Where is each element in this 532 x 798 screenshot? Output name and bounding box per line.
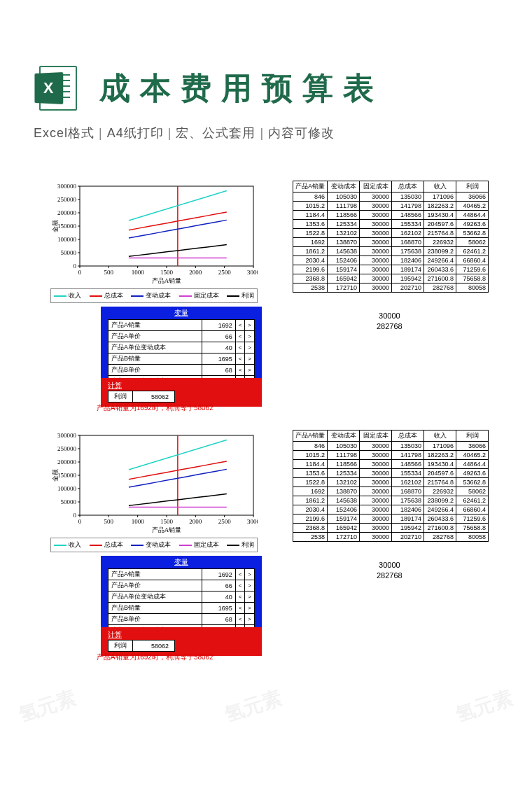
data-table-cell: 53662.8	[456, 478, 489, 487]
svg-text:产品A销量: 产品A销量	[152, 526, 182, 533]
watermark: 氢元素	[452, 685, 517, 728]
spin-up-button[interactable]: >	[245, 342, 255, 354]
spin-down-button[interactable]: <	[235, 342, 245, 354]
data-table-cell: 30000	[360, 505, 392, 514]
data-table-cell: 182406	[392, 505, 424, 514]
variable-value[interactable]: 68	[202, 365, 235, 376]
data-table-cell: 155334	[392, 220, 424, 229]
data-table-cell: 165942	[328, 524, 360, 533]
spin-down-button[interactable]: <	[235, 354, 245, 365]
data-table-cell: 1692	[293, 238, 328, 247]
variable-value[interactable]: 1695	[202, 603, 235, 614]
svg-text:0: 0	[78, 269, 82, 276]
svg-text:300000: 300000	[57, 432, 77, 439]
data-table-cell: 138870	[328, 238, 360, 247]
data-table-cell: 44864.4	[456, 211, 489, 220]
data-table-cell: 75658.8	[456, 274, 489, 284]
data-table-cell: 2538	[293, 533, 328, 542]
data-table-cell: 125334	[328, 220, 360, 229]
variable-value[interactable]: 40	[202, 592, 235, 603]
cost-chart: 0500001000001500002000002500003000000500…	[50, 431, 258, 533]
data-table-cell: 182263.2	[424, 202, 456, 211]
data-table-cell: 148566	[392, 460, 424, 469]
variable-label: 产品B单价	[108, 614, 202, 625]
data-table-cell: 111798	[328, 202, 360, 211]
spin-down-button[interactable]: <	[235, 592, 245, 603]
svg-text:300000: 300000	[57, 183, 77, 190]
mid-numbers: 30000 282768	[377, 311, 402, 332]
data-table-cell: 1353.6	[293, 469, 328, 478]
svg-text:金额: 金额	[52, 469, 59, 482]
svg-text:产品A销量: 产品A销量	[152, 277, 182, 284]
data-table-header: 利润	[456, 430, 489, 442]
spin-down-button[interactable]: <	[235, 569, 245, 580]
data-table-header: 变动成本	[328, 430, 360, 442]
data-table-cell: 282768	[424, 284, 456, 293]
spin-down-button[interactable]: <	[235, 614, 245, 625]
data-table-cell: 193430.4	[424, 460, 456, 469]
data-table-cell: 30000	[360, 460, 392, 469]
data-table-header: 总成本	[392, 430, 424, 442]
svg-text:150000: 150000	[57, 223, 77, 230]
data-table-cell: 66860.4	[456, 256, 489, 265]
data-table-cell: 71259.6	[456, 514, 489, 524]
spin-down-button[interactable]: <	[235, 331, 245, 342]
variable-value[interactable]: 66	[202, 580, 235, 592]
data-table-cell: 30000	[360, 451, 392, 460]
data-table-cell: 1522.8	[293, 229, 328, 238]
spin-up-button[interactable]: >	[245, 354, 255, 365]
data-table-cell: 30000	[360, 229, 392, 238]
variable-value[interactable]: 68	[202, 614, 235, 625]
spin-up-button[interactable]: >	[245, 365, 255, 376]
data-table-cell: 30000	[360, 524, 392, 533]
svg-text:1500: 1500	[160, 269, 174, 276]
data-table-cell: 30000	[360, 442, 392, 451]
variable-value[interactable]: 1695	[202, 354, 235, 365]
data-table-cell: 30000	[360, 514, 392, 524]
spin-up-button[interactable]: >	[245, 580, 255, 592]
data-table-cell: 125334	[328, 469, 360, 478]
data-table-cell: 118566	[328, 211, 360, 220]
variable-value[interactable]: 1692	[202, 569, 235, 580]
data-table-cell: 195942	[392, 524, 424, 533]
spin-down-button[interactable]: <	[235, 580, 245, 592]
svg-text:1500: 1500	[160, 518, 174, 525]
subtitle-item: A4纸打印	[99, 126, 164, 140]
variable-label: 产品A销量	[108, 320, 202, 331]
data-table-cell: 215764.8	[424, 229, 456, 238]
variable-value[interactable]: 1692	[202, 320, 235, 331]
calc-panel: 计算 利润 58062	[101, 378, 262, 407]
variable-label: 产品A单位变动成本	[108, 592, 202, 603]
spin-up-button[interactable]: >	[245, 614, 255, 625]
variable-value[interactable]: 40	[202, 342, 235, 354]
data-table-cell: 182406	[392, 256, 424, 265]
spin-up-button[interactable]: >	[245, 569, 255, 580]
spin-down-button[interactable]: <	[235, 320, 245, 331]
data-table-cell: 145638	[328, 496, 360, 505]
spin-down-button[interactable]: <	[235, 365, 245, 376]
data-table: 产品A销量变动成本固定成本总成本收入利润84610503030000135030…	[293, 430, 489, 542]
data-table-cell: 53662.8	[456, 229, 489, 238]
variable-value[interactable]: 66	[202, 331, 235, 342]
spin-down-button[interactable]: <	[235, 603, 245, 614]
data-table-cell: 271600.8	[424, 274, 456, 284]
data-table-cell: 36066	[456, 442, 489, 451]
svg-text:200000: 200000	[57, 458, 77, 465]
data-table-header: 固定成本	[360, 181, 392, 192]
data-table-cell: 71259.6	[456, 265, 489, 274]
legend-item: 固定成本	[179, 540, 219, 550]
data-table-cell: 135030	[392, 192, 424, 202]
spin-up-button[interactable]: >	[245, 592, 255, 603]
data-table-cell: 135030	[392, 442, 424, 451]
variables-header: 变量	[108, 307, 255, 319]
data-table-cell: 1861.2	[293, 247, 328, 256]
spin-up-button[interactable]: >	[245, 320, 255, 331]
spin-up-button[interactable]: >	[245, 331, 255, 342]
svg-text:50000: 50000	[61, 249, 77, 256]
svg-text:1000: 1000	[132, 269, 145, 276]
svg-text:100000: 100000	[57, 485, 77, 492]
variables-header: 变量	[108, 556, 255, 568]
data-table-cell: 168870	[392, 238, 424, 247]
svg-text:150000: 150000	[57, 472, 77, 479]
spin-up-button[interactable]: >	[245, 603, 255, 614]
